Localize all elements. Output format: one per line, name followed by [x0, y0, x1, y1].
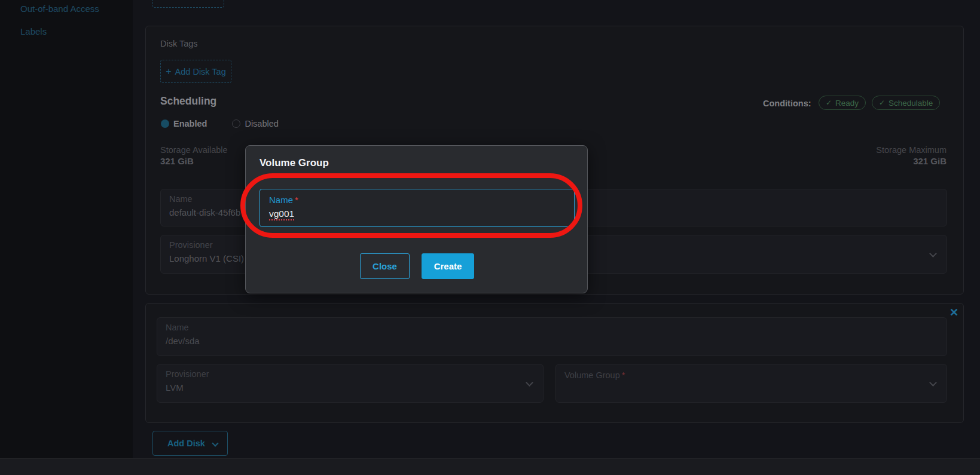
new-disk-provisioner-select[interactable]: Provisioner LVM [157, 364, 544, 403]
disk-name-label: Name [169, 194, 193, 204]
added-disk-panel: ✕ Name /dev/sda Provisioner LVM Volume G… [145, 303, 964, 423]
chevron-down-icon [212, 440, 218, 446]
volume-group-label: Volume Group* [564, 370, 625, 380]
radio-disabled-label[interactable]: Disabled [245, 119, 278, 128]
storage-maximum: Storage Maximum 321 GiB [876, 145, 947, 166]
new-disk-provisioner-label: Provisioner [166, 369, 209, 379]
chevron-down-icon [929, 379, 937, 387]
storage-available-label: Storage Available [160, 145, 228, 155]
storage-maximum-value: 321 GiB [876, 156, 947, 166]
bottom-strip [0, 458, 980, 475]
remove-disk-close-icon[interactable]: ✕ [950, 306, 958, 319]
conditions-label: Conditions: [763, 99, 811, 108]
volume-group-name-input[interactable]: Name* vg001 [259, 189, 575, 227]
chevron-down-icon [526, 379, 533, 387]
chevron-down-icon [929, 250, 937, 258]
storage-available-value: 321 GiB [160, 156, 228, 166]
new-disk-name-field[interactable]: Name /dev/sda [157, 317, 947, 356]
scheduling-heading: Scheduling [160, 95, 216, 108]
condition-badge-label: Schedulable [889, 99, 933, 108]
sidebar-item-out-of-band-access[interactable]: Out-of-band Access [20, 4, 99, 14]
disk-name-value: default-disk-45f6b7 [169, 207, 246, 217]
add-disk-button-label: Add Disk [167, 439, 205, 448]
volume-group-label-text: Volume Group [564, 370, 620, 380]
add-disk-tag-label: Add Disk Tag [175, 67, 226, 76]
modal-title: Volume Group [259, 157, 329, 169]
name-input-label-text: Name [269, 195, 293, 205]
radio-disabled[interactable] [232, 119, 240, 128]
condition-badge-label: Ready [835, 99, 859, 108]
add-disk-button[interactable]: Add Disk [152, 431, 228, 456]
cutoff-dashed-add-button[interactable] [152, 0, 224, 8]
radio-enabled-label[interactable]: Enabled [173, 119, 207, 128]
check-icon: ✓ [879, 99, 885, 107]
volume-group-modal: Volume Group Name* vg001 Close Create [245, 145, 588, 293]
harvester-host-edit-screen: Out-of-band Access Labels Disk Tags + Ad… [0, 0, 980, 475]
storage-maximum-label: Storage Maximum [876, 145, 947, 155]
disk-provisioner-label: Provisioner [169, 240, 213, 250]
disk-provisioner-value: Longhorn V1 (CSI) [169, 253, 244, 263]
storage-available: Storage Available 321 GiB [160, 145, 228, 166]
sidebar: Out-of-band Access Labels [0, 0, 133, 458]
disk-tags-label: Disk Tags [160, 39, 198, 48]
required-asterisk: * [622, 370, 625, 380]
check-icon: ✓ [826, 99, 832, 107]
new-disk-provisioner-value: LVM [166, 382, 184, 393]
create-button[interactable]: Create [422, 253, 474, 279]
close-button[interactable]: Close [360, 253, 410, 279]
name-input-label: Name* [269, 195, 298, 205]
condition-badge-schedulable: ✓ Schedulable [872, 96, 940, 110]
sidebar-item-labels[interactable]: Labels [20, 26, 47, 36]
new-disk-name-value: /dev/sda [166, 336, 200, 346]
plus-icon: + [166, 67, 171, 76]
volume-group-select[interactable]: Volume Group* [555, 364, 947, 403]
new-disk-name-label: Name [166, 323, 189, 332]
radio-enabled[interactable] [161, 119, 169, 128]
required-asterisk: * [295, 195, 298, 205]
condition-badge-ready: ✓ Ready [819, 96, 866, 110]
name-input-value: vg001 [269, 209, 294, 219]
add-disk-tag-button[interactable]: + Add Disk Tag [160, 60, 231, 83]
scheduling-radio-group: Enabled Disabled [161, 119, 279, 128]
